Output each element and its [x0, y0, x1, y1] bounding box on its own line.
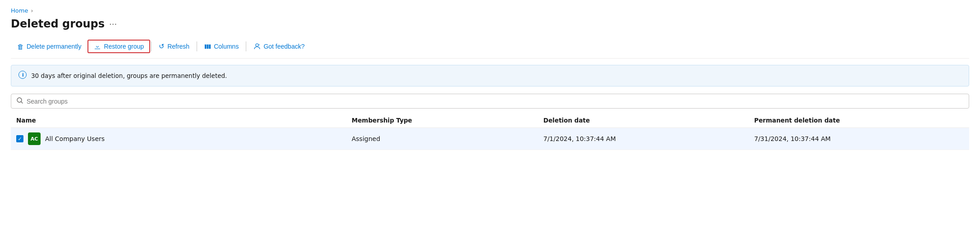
breadcrumb-home-link[interactable]: Home [11, 7, 28, 14]
svg-rect-2 [209, 44, 211, 48]
svg-rect-0 [205, 44, 207, 48]
got-feedback-label: Got feedback? [263, 43, 304, 50]
table-header: Name Membership Type Deletion date Perma… [11, 113, 969, 128]
avatar: AC [28, 132, 41, 145]
breadcrumb: Home › [11, 7, 969, 14]
refresh-button[interactable]: ↺ Refresh [152, 39, 196, 54]
delete-permanently-icon: 🗑 [17, 43, 24, 50]
search-box [11, 94, 969, 109]
group-name: All Company Users [45, 135, 105, 142]
table-row[interactable]: AC All Company Users Assigned 7/1/2024, … [11, 128, 969, 150]
cell-permanent-deletion-date: 7/31/2024, 10:37:44 AM [749, 128, 969, 150]
svg-text:?: ? [258, 44, 260, 46]
table-body: AC All Company Users Assigned 7/1/2024, … [11, 128, 969, 150]
restore-group-icon [94, 43, 101, 50]
col-header-permanent: Permanent deletion date [749, 113, 969, 128]
toolbar-divider-2 [197, 41, 197, 51]
restore-group-button[interactable]: Restore group [87, 40, 150, 53]
page-options-button[interactable]: ··· [109, 19, 117, 29]
toolbar-divider-1 [151, 41, 152, 51]
col-header-membership: Membership Type [346, 113, 538, 128]
svg-text:i: i [22, 72, 24, 78]
cell-deletion-date: 7/1/2024, 10:37:44 AM [538, 128, 749, 150]
cell-membership: Assigned [346, 128, 538, 150]
page-title-row: Deleted groups ··· [11, 18, 969, 30]
info-banner-message: 30 days after original deletion, groups … [31, 72, 227, 79]
breadcrumb-separator: › [31, 8, 33, 14]
delete-permanently-button[interactable]: 🗑 Delete permanently [11, 40, 87, 54]
restore-group-label: Restore group [104, 43, 144, 50]
info-icon: i [18, 71, 27, 81]
columns-label: Columns [214, 43, 239, 50]
toolbar-divider-3 [246, 41, 246, 51]
search-icon [17, 97, 23, 105]
svg-line-8 [21, 102, 23, 104]
svg-rect-1 [207, 44, 209, 48]
table-header-row: Name Membership Type Deletion date Perma… [11, 113, 969, 128]
info-banner: i 30 days after original deletion, group… [11, 65, 969, 86]
columns-icon [204, 43, 211, 50]
refresh-icon: ↺ [159, 42, 165, 50]
feedback-icon: ? [253, 43, 261, 50]
col-header-deletion: Deletion date [538, 113, 749, 128]
row-checkbox[interactable] [16, 135, 23, 142]
search-input[interactable] [27, 98, 963, 105]
cell-name: AC All Company Users [11, 128, 346, 150]
refresh-label: Refresh [167, 43, 189, 50]
col-header-name: Name [11, 113, 346, 128]
columns-button[interactable]: Columns [198, 40, 245, 53]
delete-permanently-label: Delete permanently [27, 43, 81, 50]
page-title: Deleted groups [11, 18, 105, 30]
data-table: Name Membership Type Deletion date Perma… [11, 113, 969, 150]
toolbar: 🗑 Delete permanently Restore group ↺ Ref… [11, 39, 969, 59]
got-feedback-button[interactable]: ? Got feedback? [247, 40, 311, 53]
name-cell-inner: AC All Company Users [16, 132, 341, 145]
